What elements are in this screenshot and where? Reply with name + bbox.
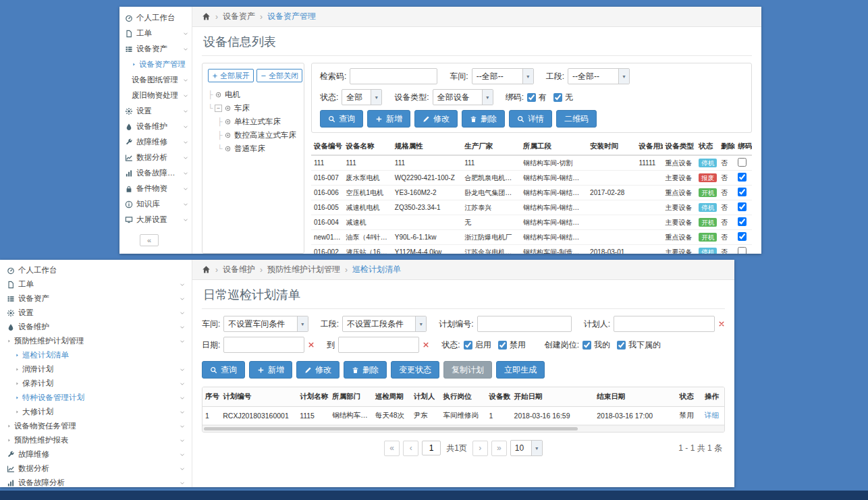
clear-planner-icon[interactable] xyxy=(718,321,725,327)
sidebar-item[interactable]: 预防性维护计划管理 xyxy=(0,334,192,348)
sidebar-item[interactable]: 故障维修 xyxy=(119,134,192,150)
column-header[interactable]: 计划人 xyxy=(411,387,441,407)
date-to-input[interactable] xyxy=(338,337,419,353)
column-header[interactable]: 所属工段 xyxy=(520,138,587,155)
workshop-select[interactable]: --全部--▾ xyxy=(472,68,534,84)
column-header[interactable]: 安装时间 xyxy=(587,138,636,155)
column-header[interactable]: 计划名称 xyxy=(297,387,329,407)
tree-node[interactable]: ├单柱立式车床 xyxy=(208,115,298,128)
column-header[interactable]: 绑码 xyxy=(735,138,752,155)
table-row[interactable]: new016-003油泵（4#针摆电机）Y90L-6-1.1kw浙江防爆电机厂钢… xyxy=(311,230,752,245)
bind-yes-checkbox[interactable] xyxy=(527,93,536,102)
horizontal-scrollbar[interactable] xyxy=(202,425,724,432)
table-row[interactable]: 111111111111钢结构车间-切割11111重点设备停机否 xyxy=(311,155,752,171)
copy-plan-button[interactable]: 复制计划 xyxy=(443,361,492,379)
date-from-input[interactable] xyxy=(223,337,304,353)
pagination-next-button[interactable]: › xyxy=(472,441,488,456)
bind-checkbox[interactable] xyxy=(738,158,747,167)
table-row[interactable]: 1RCXJ2018031600011115钢结构车间-每天48次尹东车间维修岗1… xyxy=(202,407,724,425)
bind-checkbox[interactable] xyxy=(738,232,747,241)
pagination-prev-button[interactable]: ‹ xyxy=(403,441,418,456)
breadcrumb-item[interactable]: 预防性维护计划管理 xyxy=(267,264,340,275)
detail-link[interactable]: 详细 xyxy=(705,411,719,419)
column-header[interactable]: 规格属性 xyxy=(392,138,462,155)
delete-button[interactable]: 删除 xyxy=(344,361,387,379)
collapse-all-button[interactable]: 全部关闭 xyxy=(256,69,302,82)
sidebar-item[interactable]: 工单 xyxy=(119,26,192,41)
column-header[interactable]: 状态 xyxy=(677,387,702,407)
sidebar-item[interactable]: 知识库 xyxy=(119,196,192,212)
bind-checkbox[interactable] xyxy=(738,188,747,196)
tree-node[interactable]: └−车床 xyxy=(208,101,298,115)
add-button[interactable]: 新增 xyxy=(249,361,292,379)
status-enabled-option[interactable]: 启用 xyxy=(464,339,491,351)
post-subordinate-checkbox[interactable] xyxy=(617,341,626,350)
plan-no-input[interactable] xyxy=(477,316,572,332)
section-select[interactable]: 不设置工段条件▾ xyxy=(342,316,427,332)
column-header[interactable]: 巡检周期 xyxy=(373,387,411,407)
column-header[interactable]: 所属部门 xyxy=(329,387,373,407)
table-row[interactable]: 016-007废水泵电机WQ2290-421-100-Z合肥凯泉电机电泵有钢结构… xyxy=(311,171,752,186)
pagination-first-button[interactable]: « xyxy=(384,441,400,456)
sidebar-item[interactable]: 大修计划 xyxy=(0,405,192,419)
sidebar-item[interactable]: 设备物资任务管理 xyxy=(0,419,192,433)
bind-checkbox[interactable] xyxy=(738,202,747,211)
table-row[interactable]: 016-006空压机1电机YE3-160M2-2卧龙电气集团安清江电钢结构车间-… xyxy=(311,186,752,200)
status-select[interactable]: 全部▾ xyxy=(342,89,382,105)
expand-all-button[interactable]: 全部展开 xyxy=(208,69,254,82)
qrcode-button[interactable]: 二维码 xyxy=(556,110,597,128)
column-header[interactable]: 操作 xyxy=(702,387,724,407)
post-mine-option[interactable]: 我的 xyxy=(582,339,610,351)
bind-no-checkbox[interactable] xyxy=(553,93,562,102)
column-header[interactable]: 设备名称 xyxy=(344,138,392,155)
sidebar-item[interactable]: 废旧物资处理 xyxy=(119,88,192,103)
sidebar-item[interactable]: 预防性维护报表 xyxy=(0,433,192,447)
bind-checkbox[interactable] xyxy=(738,217,747,226)
edit-button[interactable]: 修改 xyxy=(296,361,340,379)
search-code-input[interactable] xyxy=(350,68,437,84)
sidebar-item[interactable]: 设备维护 xyxy=(119,119,192,134)
column-header[interactable]: 删除 xyxy=(718,138,735,155)
column-header[interactable]: 开始日期 xyxy=(512,387,595,407)
table-row[interactable]: 016-002液压站（16#电机）Y112M-4-4.0kw江苏金兴电机有限公钢… xyxy=(311,245,752,254)
delete-button[interactable]: 删除 xyxy=(462,110,505,128)
planner-input[interactable] xyxy=(614,316,715,332)
clear-date-to-icon[interactable] xyxy=(423,341,429,348)
breadcrumb-item[interactable]: 设备资产 xyxy=(223,11,255,22)
sidebar-item[interactable]: 巡检计划清单 xyxy=(0,348,192,362)
sidebar-item[interactable]: 设备资产管理 xyxy=(119,57,192,72)
query-button[interactable]: 查询 xyxy=(202,361,245,379)
column-header[interactable]: 序号 xyxy=(202,387,220,407)
sidebar-item[interactable]: 大屏设置 xyxy=(119,212,192,227)
page-number-input[interactable] xyxy=(422,441,441,455)
table-row[interactable]: 016-005减速机电机ZQ350-23.34-1江苏泰兴钢结构车间-钢结构车间… xyxy=(311,200,752,215)
sidebar-item[interactable]: 故障维修 xyxy=(0,447,192,462)
tree-node[interactable]: ├电机 xyxy=(208,88,298,101)
sidebar-item[interactable]: 数据分析 xyxy=(119,150,192,165)
page-size-select[interactable]: 10▾ xyxy=(510,440,543,456)
clear-date-from-icon[interactable] xyxy=(308,341,315,348)
sidebar-item[interactable]: 工单 xyxy=(0,277,192,291)
tree-node[interactable]: └普通车床 xyxy=(208,142,298,155)
column-header[interactable]: 状态 xyxy=(696,138,718,155)
sidebar-item[interactable]: 特种设备管理计划 xyxy=(0,391,192,405)
sidebar-item[interactable]: 设备故障分析 xyxy=(119,165,192,181)
post-subordinate-option[interactable]: 我下属的 xyxy=(617,339,661,351)
tree-node[interactable]: ├数控高速立式车床 xyxy=(208,128,298,142)
add-button[interactable]: 新增 xyxy=(367,110,410,128)
bind-checkbox[interactable] xyxy=(738,247,747,254)
table-row[interactable]: 016-004减速机无钢结构车间-钢结构车间段主要设备开机否 xyxy=(311,215,752,230)
sidebar-item[interactable]: 设备资产 xyxy=(119,41,192,57)
breadcrumb-item[interactable]: 设备资产管理 xyxy=(267,11,316,22)
post-mine-checkbox[interactable] xyxy=(582,341,591,350)
status-enabled-checkbox[interactable] xyxy=(464,341,472,350)
tree-collapse-toggle[interactable]: − xyxy=(215,105,222,112)
status-disabled-option[interactable]: 禁用 xyxy=(498,339,526,351)
sidebar-item[interactable]: 设备故障分析 xyxy=(0,476,192,487)
sidebar-item[interactable]: 设备维护 xyxy=(0,320,192,334)
column-header[interactable]: 设备编号 xyxy=(311,138,344,155)
breadcrumb-item[interactable]: 设备维护 xyxy=(223,264,255,275)
sidebar-item[interactable]: 设置 xyxy=(119,103,192,119)
sidebar-item[interactable]: 设备图纸管理 xyxy=(119,72,192,88)
sidebar-item[interactable]: 备件物资 xyxy=(119,181,192,196)
